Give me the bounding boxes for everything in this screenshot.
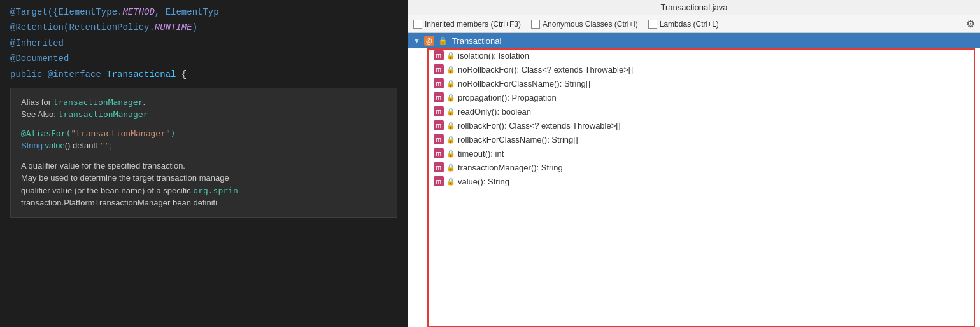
inherited-members-label: Inherited members (Ctrl+F3)	[425, 20, 521, 29]
method-text: rollbackFor(): Class<? extends Throwable…	[458, 121, 621, 130]
desc-line-3: qualifier value (or the bean name) of a …	[21, 184, 387, 197]
lock-icon: 🔒	[446, 65, 455, 74]
desc-line-2: May be used to determine the target tran…	[21, 172, 387, 184]
code-editor: @Target({ElementType.METHOD, ElementTyp …	[0, 0, 408, 327]
inherited-members-option[interactable]: Inherited members (Ctrl+F3)	[413, 20, 521, 29]
list-item[interactable]: m 🔒 rollbackForClassName(): String[]	[408, 132, 980, 146]
annotation-at-icon: @	[424, 36, 434, 46]
alias-link[interactable]: transactionManager	[53, 97, 143, 107]
list-item[interactable]: m 🔒 transactionManager(): String	[408, 160, 980, 174]
method-icon: m	[434, 176, 444, 186]
inherited-members-checkbox[interactable]	[413, 20, 422, 29]
method-text: rollbackForClassName(): String[]	[458, 135, 578, 144]
see-also-link[interactable]: transactionManager	[59, 109, 148, 119]
structure-list: m 🔒 isolation(): Isolation m 🔒 noRollbac…	[408, 48, 980, 188]
method-icon: m	[434, 78, 444, 88]
method-text: isolation(): Isolation	[458, 51, 529, 60]
lock-icon: 🔒	[446, 163, 455, 172]
code-value-line: String value() default "";	[21, 139, 387, 152]
lock-icon: 🔒	[446, 93, 455, 102]
alias-line: Alias for transactionManager.	[21, 96, 387, 109]
lambdas-checkbox[interactable]	[648, 20, 657, 29]
lock-icon: 🔒	[446, 107, 455, 116]
code-line-5: public @interface Transactional {	[10, 67, 397, 81]
list-item[interactable]: m 🔒 readOnly(): boolean	[408, 104, 980, 118]
alias-label: Alias for	[21, 97, 53, 107]
method-text: transactionManager(): String	[458, 163, 563, 172]
method-text: timeout(): int	[458, 149, 504, 158]
method-icon: m	[434, 134, 444, 144]
anonymous-classes-option[interactable]: Anonymous Classes (Ctrl+I)	[531, 20, 638, 29]
settings-gear-icon[interactable]: ⚙	[966, 18, 975, 30]
method-text: value(): String	[458, 177, 509, 186]
title-bar: Transactional.java	[408, 0, 980, 15]
method-icon: m	[434, 162, 444, 172]
lock-icon: 🔒	[446, 121, 455, 130]
list-item[interactable]: m 🔒 rollbackFor(): Class<? extends Throw…	[408, 118, 980, 132]
desc-line-4: transaction.PlatformTransactionManager b…	[21, 197, 387, 209]
structure-header[interactable]: ▼ @ 🔒 Transactional	[408, 33, 980, 48]
file-title: Transactional.java	[660, 3, 727, 12]
see-also-line: See Also: transactionManager	[21, 108, 387, 121]
code-line-1: @Target({ElementType.METHOD, ElementTyp	[10, 5, 397, 19]
desc-line-1: A qualifier value for the specified tran…	[21, 160, 387, 172]
method-icon: m	[434, 120, 444, 130]
lock-icon: 🔒	[446, 135, 455, 144]
method-text: propagation(): Propagation	[458, 93, 557, 102]
method-icon: m	[434, 106, 444, 116]
method-icon: m	[434, 50, 444, 60]
list-item[interactable]: m 🔒 noRollbackFor(): Class<? extends Thr…	[408, 62, 980, 76]
list-item[interactable]: m 🔒 propagation(): Propagation	[408, 90, 980, 104]
list-item[interactable]: m 🔒 value(): String	[408, 174, 980, 188]
lambdas-label: Lambdas (Ctrl+L)	[660, 20, 719, 29]
documentation-box: Alias for transactionManager. See Also: …	[10, 88, 397, 218]
anonymous-classes-label: Anonymous Classes (Ctrl+I)	[543, 20, 638, 29]
list-item[interactable]: m 🔒 isolation(): Isolation	[408, 48, 980, 62]
list-item[interactable]: m 🔒 timeout(): int	[408, 146, 980, 160]
method-text: noRollbackForClassName(): String[]	[458, 79, 590, 88]
see-also-label: See Also:	[21, 109, 59, 119]
expand-arrow-icon: ▼	[413, 37, 420, 45]
lock-icon: 🔒	[446, 51, 455, 60]
method-icon: m	[434, 148, 444, 158]
lock-icon: 🔒	[446, 149, 455, 158]
lambdas-option[interactable]: Lambdas (Ctrl+L)	[648, 20, 719, 29]
method-icon: m	[434, 64, 444, 74]
toolbar: Inherited members (Ctrl+F3) Anonymous Cl…	[408, 15, 980, 33]
code-line-4: @Documented	[10, 52, 397, 66]
method-text: readOnly(): boolean	[458, 107, 531, 116]
anonymous-classes-checkbox[interactable]	[531, 20, 540, 29]
lock-icon: 🔒	[446, 79, 455, 88]
method-icon: m	[434, 92, 444, 102]
structure-panel: Transactional.java Inherited members (Ct…	[408, 0, 980, 327]
header-class-name: Transactional	[452, 36, 502, 46]
header-lock-icon: 🔒	[438, 36, 448, 46]
method-text: noRollbackFor(): Class<? extends Throwab…	[458, 65, 633, 74]
code-line-3: @Inherited	[10, 36, 397, 50]
list-item[interactable]: m 🔒 noRollbackForClassName(): String[]	[408, 76, 980, 90]
code-line-2: @Retention(RetentionPolicy.RUNTIME)	[10, 20, 397, 34]
code-annotation-line: @AliasFor("transactionManager")	[21, 127, 387, 140]
lock-icon: 🔒	[446, 177, 455, 186]
